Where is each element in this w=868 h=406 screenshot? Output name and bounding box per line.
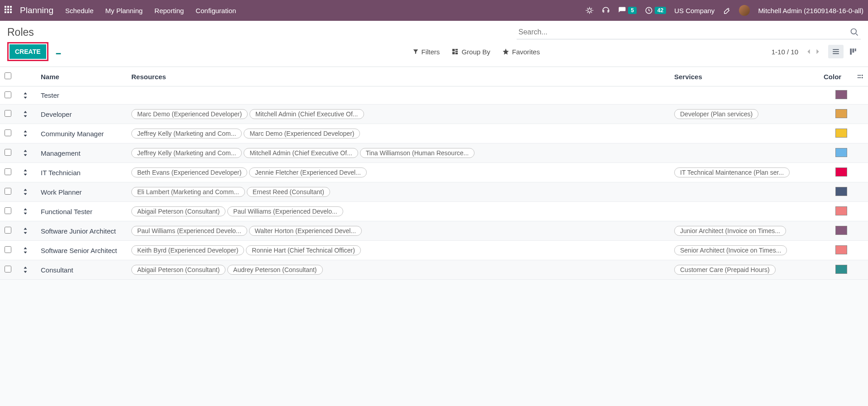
color-swatch[interactable] xyxy=(835,206,847,215)
debug-icon[interactable] xyxy=(585,6,594,14)
row-checkbox[interactable] xyxy=(5,129,11,136)
drag-handle-icon[interactable] xyxy=(18,143,36,163)
table-row[interactable]: Community ManagerJeffrey Kelly (Marketin… xyxy=(0,124,868,143)
color-swatch[interactable] xyxy=(835,109,847,118)
export-button[interactable] xyxy=(53,46,64,57)
color-swatch[interactable] xyxy=(835,187,847,196)
view-list-button[interactable] xyxy=(828,45,844,58)
support-icon[interactable] xyxy=(602,6,610,14)
resource-tag[interactable]: Tina Williamson (Human Resource... xyxy=(360,148,475,158)
row-checkbox[interactable] xyxy=(5,266,11,272)
resource-tag[interactable]: Jennie Fletcher (Experienced Devel... xyxy=(249,167,366,177)
col-resources[interactable]: Resources xyxy=(127,67,670,86)
drag-handle-icon[interactable] xyxy=(18,124,36,143)
color-swatch[interactable] xyxy=(835,148,847,157)
table-row[interactable]: ManagementJeffrey Kelly (Marketing and C… xyxy=(0,143,868,163)
col-name[interactable]: Name xyxy=(36,67,127,86)
resource-tag[interactable]: Audrey Peterson (Consultant) xyxy=(227,265,322,275)
service-tag[interactable]: IT Technical Maintenance (Plan ser... xyxy=(674,167,790,177)
table-row[interactable]: Software Junior ArchitectPaul Williams (… xyxy=(0,221,868,241)
cell-resources: Jeffrey Kelly (Marketing and Com...Marc … xyxy=(127,124,670,143)
table-row[interactable]: IT TechnicianBeth Evans (Experienced Dev… xyxy=(0,163,868,182)
col-services[interactable]: Services xyxy=(670,67,819,86)
table-row[interactable]: Software Senior ArchitectKeith Byrd (Exp… xyxy=(0,241,868,260)
color-swatch[interactable] xyxy=(835,265,847,274)
messages-button[interactable]: 5 xyxy=(618,6,637,14)
table-row[interactable]: DeveloperMarc Demo (Experienced Develope… xyxy=(0,105,868,124)
color-swatch[interactable] xyxy=(835,129,847,138)
row-checkbox[interactable] xyxy=(5,110,11,117)
resource-tag[interactable]: Marc Demo (Experienced Developer) xyxy=(244,129,360,139)
table-row[interactable]: ConsultantAbigail Peterson (Consultant)A… xyxy=(0,260,868,280)
drag-handle-icon[interactable] xyxy=(18,105,36,124)
drag-handle-icon[interactable] xyxy=(18,202,36,221)
menu-reporting[interactable]: Reporting xyxy=(154,7,184,14)
table-row[interactable]: Tester xyxy=(0,86,868,105)
drag-handle-icon[interactable] xyxy=(18,86,36,105)
groupby-button[interactable]: Group By xyxy=(451,48,490,56)
service-tag[interactable]: Junior Architect (Invoice on Times... xyxy=(674,226,786,236)
resource-tag[interactable]: Walter Horton (Experienced Devel... xyxy=(249,226,362,236)
drag-handle-icon[interactable] xyxy=(18,260,36,280)
resource-tag[interactable]: Beth Evans (Experienced Developer) xyxy=(131,167,247,177)
col-optional[interactable] xyxy=(852,67,868,86)
avatar[interactable] xyxy=(739,5,750,16)
row-checkbox[interactable] xyxy=(5,168,11,175)
search-input[interactable] xyxy=(517,25,848,39)
cell-name: IT Technician xyxy=(36,163,127,182)
menu-schedule[interactable]: Schedule xyxy=(65,7,94,14)
resource-tag[interactable]: Paul Williams (Experienced Develo... xyxy=(131,226,247,236)
drag-handle-icon[interactable] xyxy=(18,241,36,260)
tools-icon[interactable] xyxy=(723,6,731,14)
service-tag[interactable]: Customer Care (Prepaid Hours) xyxy=(674,265,776,275)
resource-tag[interactable]: Abigail Peterson (Consultant) xyxy=(131,265,225,275)
service-tag[interactable]: Developer (Plan services) xyxy=(674,109,758,119)
resource-tag[interactable]: Mitchell Admin (Chief Executive Of... xyxy=(244,148,358,158)
color-swatch[interactable] xyxy=(835,90,847,99)
drag-handle-icon[interactable] xyxy=(18,163,36,182)
favorites-button[interactable]: Favorites xyxy=(502,48,540,56)
row-checkbox[interactable] xyxy=(5,207,11,214)
color-swatch[interactable] xyxy=(835,226,847,235)
row-checkbox[interactable] xyxy=(5,227,11,234)
row-checkbox[interactable] xyxy=(5,149,11,156)
resource-tag[interactable]: Jeffrey Kelly (Marketing and Com... xyxy=(131,148,242,158)
app-brand[interactable]: Planning xyxy=(20,5,53,15)
resource-tag[interactable]: Abigail Peterson (Consultant) xyxy=(131,206,225,216)
menu-my-planning[interactable]: My Planning xyxy=(106,7,143,14)
apps-icon[interactable] xyxy=(5,6,14,15)
resource-tag[interactable]: Paul Williams (Experienced Develo... xyxy=(227,206,343,216)
company-selector[interactable]: US Company xyxy=(674,7,715,14)
pager-text[interactable]: 1-10 / 10 xyxy=(772,48,798,56)
user-menu[interactable]: Mitchell Admin (21609148-16-0-all) xyxy=(758,7,863,14)
pager-prev-button[interactable] xyxy=(805,47,813,57)
table-row[interactable]: Functional TesterAbigail Peterson (Consu… xyxy=(0,202,868,221)
row-checkbox[interactable] xyxy=(5,246,11,253)
color-swatch[interactable] xyxy=(835,245,847,254)
resource-tag[interactable]: Marc Demo (Experienced Developer) xyxy=(131,109,248,119)
resource-tag[interactable]: Mitchell Admin (Chief Executive Of... xyxy=(249,109,364,119)
search-icon[interactable] xyxy=(848,26,861,38)
col-color[interactable]: Color xyxy=(819,67,852,86)
create-button[interactable]: Create xyxy=(10,44,46,59)
activities-button[interactable]: 42 xyxy=(645,6,666,14)
select-all-checkbox[interactable] xyxy=(5,72,11,79)
topbar-right: 5 42 US Company Mitchell Admin (21609148… xyxy=(585,5,863,16)
service-tag[interactable]: Senior Architect (Invoice on Times... xyxy=(674,245,787,255)
resource-tag[interactable]: Eli Lambert (Marketing and Comm... xyxy=(131,187,245,197)
pager-next-button[interactable] xyxy=(814,47,822,57)
resource-tag[interactable]: Keith Byrd (Experienced Developer) xyxy=(131,245,244,255)
cell-name: Management xyxy=(36,143,127,163)
menu-configuration[interactable]: Configuration xyxy=(196,7,236,14)
resource-tag[interactable]: Ronnie Hart (Chief Technical Officer) xyxy=(246,245,360,255)
resource-tag[interactable]: Ernest Reed (Consultant) xyxy=(247,187,330,197)
row-checkbox[interactable] xyxy=(5,91,11,98)
filters-button[interactable]: Filters xyxy=(412,48,440,56)
drag-handle-icon[interactable] xyxy=(18,182,36,202)
row-checkbox[interactable] xyxy=(5,188,11,195)
color-swatch[interactable] xyxy=(835,167,847,177)
table-row[interactable]: Work PlannerEli Lambert (Marketing and C… xyxy=(0,182,868,202)
view-kanban-button[interactable] xyxy=(845,45,861,58)
resource-tag[interactable]: Jeffrey Kelly (Marketing and Com... xyxy=(131,129,242,139)
drag-handle-icon[interactable] xyxy=(18,221,36,241)
